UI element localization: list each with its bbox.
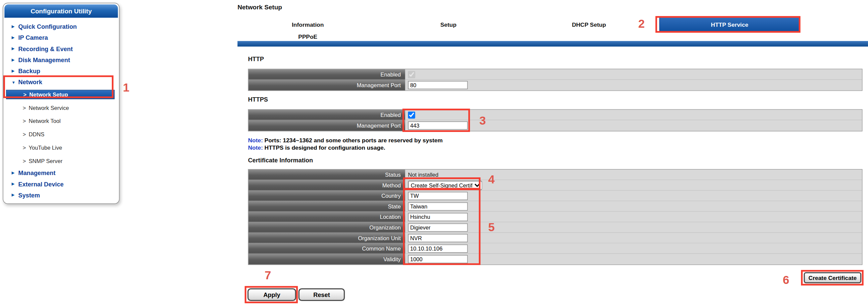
location-label: Location xyxy=(249,212,405,222)
reset-button[interactable]: Reset xyxy=(298,288,345,301)
annotation-number-6: 6 xyxy=(783,273,789,287)
note-https-usage: Note: HTTPS is designed for configuratio… xyxy=(248,144,385,151)
sidebar-item-network-tool[interactable]: > Network Tool xyxy=(3,114,119,128)
table-row: Organization Unit xyxy=(249,233,862,244)
state-label: State xyxy=(249,201,405,212)
table-row: Method Create Self-Signed Certificate xyxy=(249,180,862,191)
country-input[interactable] xyxy=(408,191,468,200)
tab-pppoe[interactable]: PPPoE xyxy=(238,32,378,40)
chevron-right-icon: ▶ xyxy=(12,58,18,62)
chevron-right-icon: ▶ xyxy=(12,171,18,175)
https-table: Enabled Management Port xyxy=(248,109,862,131)
sub-item-bullet: > xyxy=(23,91,27,97)
sub-item-bullet: > xyxy=(23,131,26,137)
organization-input[interactable] xyxy=(408,223,468,231)
sidebar-item-disk-management[interactable]: ▶ Disk Management xyxy=(3,54,119,65)
certificate-section-heading: Certificate Information xyxy=(248,157,313,164)
common-name-input[interactable] xyxy=(408,244,468,253)
certificate-table: Status Not installed Method Create Self-… xyxy=(248,169,862,265)
sidebar: Configuration Utility ▶ Quick Configurat… xyxy=(3,3,119,204)
sidebar-item-youtube-live[interactable]: > YouTube Live xyxy=(3,141,119,154)
sidebar-item-snmp-server[interactable]: > SNMP Server xyxy=(3,154,119,167)
validity-label: Validity xyxy=(249,254,405,264)
table-row: Management Port xyxy=(249,120,862,131)
chevron-right-icon: ▶ xyxy=(12,47,18,51)
chevron-right-icon: ▶ xyxy=(12,182,18,186)
table-row: Status Not installed xyxy=(249,170,862,180)
screen: Configuration Utility ▶ Quick Configurat… xyxy=(0,0,868,308)
table-row: Management Port xyxy=(249,80,862,90)
sidebar-item-system[interactable]: ▶ System xyxy=(3,190,119,201)
https-enabled-checkbox[interactable] xyxy=(408,111,415,119)
table-row: Country xyxy=(249,191,862,201)
chevron-right-icon: ▶ xyxy=(12,35,18,40)
http-section-heading: HTTP xyxy=(248,55,264,62)
organization-label: Organization xyxy=(249,222,405,233)
sub-item-bullet: > xyxy=(23,158,26,164)
https-port-label: Management Port xyxy=(249,120,405,131)
http-port-input[interactable] xyxy=(408,81,468,89)
table-row: Common Name xyxy=(249,243,862,254)
tab-bar: Information Setup DHCP Setup HTTP Servic… xyxy=(238,17,800,31)
annotation-number-1: 1 xyxy=(123,81,129,94)
sidebar-item-network-setup[interactable]: > Network Setup xyxy=(3,87,119,101)
selected-highlight: > Network Setup xyxy=(6,89,115,99)
sidebar-item-external-device[interactable]: ▶ External Device xyxy=(3,178,119,189)
chevron-down-icon: ▼ xyxy=(12,80,18,84)
state-input[interactable] xyxy=(408,202,468,211)
chevron-right-icon: ▶ xyxy=(12,69,18,73)
sidebar-item-ddns[interactable]: > DDNS xyxy=(3,128,119,141)
table-row: Organization xyxy=(249,222,862,233)
method-select[interactable]: Create Self-Signed Certificate xyxy=(408,180,482,190)
table-row: Enabled xyxy=(249,110,862,120)
annotation-number-7: 7 xyxy=(265,269,271,282)
status-label: Status xyxy=(249,170,405,180)
sidebar-item-quick-configuration[interactable]: ▶ Quick Configuration xyxy=(3,21,119,32)
tab-http-service[interactable]: HTTP Service xyxy=(659,17,800,31)
sidebar-item-recording-event[interactable]: ▶ Recording & Event xyxy=(3,43,119,54)
tab-setup[interactable]: Setup xyxy=(378,17,518,31)
https-port-input[interactable] xyxy=(408,121,468,130)
sidebar-item-network-service[interactable]: > Network Service xyxy=(3,101,119,114)
tab-information[interactable]: Information xyxy=(238,17,378,31)
sidebar-item-management[interactable]: ▶ Management xyxy=(3,167,119,178)
note-ports-reserved: Note: Ports: 1234~1362 and some others p… xyxy=(248,137,443,144)
section-divider-bar xyxy=(238,41,868,47)
sidebar-menu: ▶ Quick Configuration ▶ IP Camera ▶ Reco… xyxy=(3,19,119,200)
https-enabled-label: Enabled xyxy=(249,110,405,120)
note-prefix: Note: xyxy=(248,144,263,151)
page-title: Network Setup xyxy=(238,4,282,11)
sidebar-item-ip-camera[interactable]: ▶ IP Camera xyxy=(3,32,119,43)
table-row: Validity xyxy=(249,254,862,264)
http-port-label: Management Port xyxy=(249,80,405,90)
method-label: Method xyxy=(249,180,405,191)
common-name-label: Common Name xyxy=(249,243,405,254)
sidebar-item-backup[interactable]: ▶ Backup xyxy=(3,65,119,77)
organization-unit-input[interactable] xyxy=(408,233,468,242)
sub-item-bullet: > xyxy=(23,118,26,124)
country-label: Country xyxy=(249,191,405,201)
create-certificate-button[interactable]: Create Certificate xyxy=(804,272,861,283)
chevron-right-icon: ▶ xyxy=(12,24,18,29)
http-enabled-label: Enabled xyxy=(249,69,405,80)
table-row: Enabled xyxy=(249,69,862,80)
sub-item-bullet: > xyxy=(23,144,26,150)
validity-input[interactable] xyxy=(408,255,468,263)
location-input[interactable] xyxy=(408,213,468,221)
chevron-right-icon: ▶ xyxy=(12,193,18,197)
sub-item-bullet: > xyxy=(23,105,26,111)
apply-button[interactable]: Apply xyxy=(248,288,296,301)
sidebar-item-network[interactable]: ▼ Network xyxy=(3,77,119,87)
http-table: Enabled Management Port xyxy=(248,69,862,91)
organization-unit-label: Organization Unit xyxy=(249,233,405,244)
https-section-heading: HTTPS xyxy=(248,96,268,103)
note-prefix: Note: xyxy=(248,137,263,144)
sidebar-title: Configuration Utility xyxy=(4,4,118,18)
http-enabled-checkbox xyxy=(408,71,415,78)
status-value: Not installed xyxy=(405,170,862,180)
tab-dhcp-setup[interactable]: DHCP Setup xyxy=(519,17,659,31)
table-row: Location xyxy=(249,212,862,222)
table-row: State xyxy=(249,201,862,212)
